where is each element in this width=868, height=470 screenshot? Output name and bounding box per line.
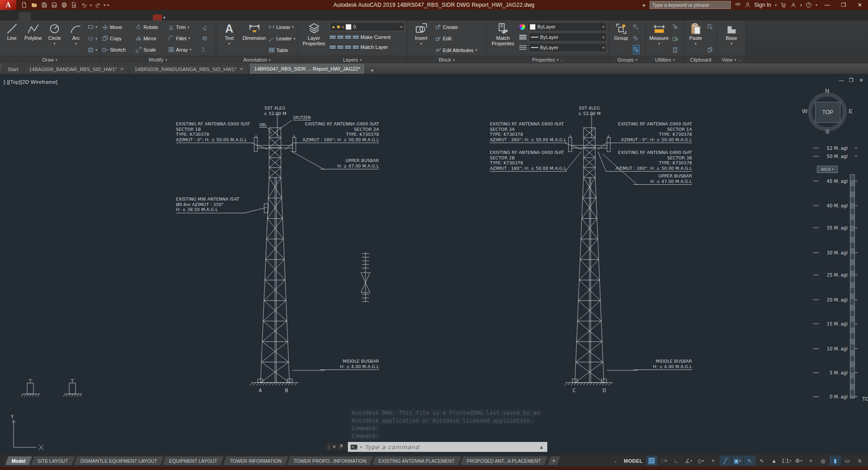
status-expand-icon[interactable]: ⌄: [610, 456, 621, 465]
match-properties-button[interactable]: Match Properties: [489, 22, 517, 55]
hatch-tool-button[interactable]: ▾: [88, 46, 97, 54]
redo-icon[interactable]: [93, 1, 102, 9]
print-preview-icon[interactable]: [70, 1, 79, 9]
help-icon[interactable]: [806, 2, 812, 9]
insert-block-button[interactable]: Insert▾: [409, 22, 433, 55]
infer-constraints-toggle[interactable]: ∟: [671, 456, 682, 465]
rotate-button[interactable]: Rotate: [136, 23, 164, 32]
layer-tool-icon[interactable]: [330, 45, 336, 49]
measure-button[interactable]: Measure▾: [648, 22, 670, 55]
compass-east[interactable]: E: [849, 108, 853, 115]
viewport-controls[interactable]: [-][Top][2D Wireframe]: [4, 79, 57, 85]
sign-in-dropdown-icon[interactable]: ▾: [775, 3, 777, 7]
ribbon-extra-dropdown-icon[interactable]: ▾: [163, 15, 166, 20]
layout-tab[interactable]: EXISTING ANTENNA PLACEMENT: [372, 456, 462, 465]
lineweight-select[interactable]: ByLayer▾: [529, 33, 607, 42]
layout-tab[interactable]: SITE LAYOUT: [31, 456, 76, 465]
command-dropdown-icon[interactable]: ▾: [360, 445, 362, 449]
ortho-toggle[interactable]: ╱: [720, 456, 731, 465]
redo-dropdown-icon[interactable]: ▾: [104, 3, 105, 7]
edit-block-button[interactable]: Edit: [435, 34, 477, 43]
command-line-bar[interactable]: ⣿ × >_ ▾ Type a command ▲: [324, 442, 547, 452]
scale-button[interactable]: Scale: [136, 45, 164, 54]
annotation-scale-button[interactable]: 1:1▾: [781, 456, 792, 465]
show-annotation-objects-toggle[interactable]: ↖: [756, 456, 768, 465]
file-tab-active[interactable]: 14BRS047_RBS_SIDR ... Report_HWI_JAG22*: [249, 63, 365, 74]
wcs-indicator[interactable]: WCS▾: [817, 166, 838, 173]
command-expand-icon[interactable]: ▲: [539, 445, 545, 450]
command-grip-icon[interactable]: ⣿: [327, 445, 330, 449]
compass-north[interactable]: N: [825, 87, 829, 94]
linetype-select[interactable]: ByLayer▾: [529, 43, 607, 52]
object-snap-tracking-toggle[interactable]: +: [707, 456, 719, 465]
linear-dimension-button[interactable]: Linear▾: [269, 23, 295, 31]
command-close-icon[interactable]: ×: [333, 444, 336, 450]
mirror-button[interactable]: Mirror: [136, 34, 164, 43]
drawing-restore-icon[interactable]: ❒: [847, 77, 855, 83]
save-icon[interactable]: [40, 1, 49, 9]
layer-tool-icon[interactable]: [337, 45, 343, 49]
annotation-monitor-toggle[interactable]: +: [805, 456, 816, 465]
lineweight-icon[interactable]: [519, 35, 526, 39]
make-current-row[interactable]: Make Current: [330, 33, 404, 41]
isolate-objects-button[interactable]: ◎: [817, 456, 829, 465]
save-as-icon[interactable]: [50, 1, 59, 9]
autoscale-annotation-toggle[interactable]: ▲: [768, 456, 780, 465]
restore-button[interactable]: ❒: [837, 0, 850, 10]
group-edit-button[interactable]: [633, 34, 640, 43]
object-color-select[interactable]: ByLayer▾: [527, 22, 607, 31]
color-wheel-icon[interactable]: [519, 24, 525, 30]
command-prompt-icon[interactable]: >_: [351, 445, 358, 450]
layer-unlock-icon[interactable]: ▪: [342, 24, 344, 29]
customization-menu-button[interactable]: ≡: [854, 456, 865, 465]
layer-color-swatch[interactable]: [346, 24, 351, 30]
erase-button[interactable]: [202, 23, 213, 32]
drawing-close-icon[interactable]: ✕: [857, 77, 865, 83]
match-layer-row[interactable]: Match Layer: [330, 43, 404, 51]
new-tab-button[interactable]: +: [369, 67, 376, 74]
file-tab[interactable]: 14BAG006_BANDAR_RBS_SID_HW1*✕: [24, 64, 128, 74]
array-button[interactable]: Array▾: [168, 45, 198, 54]
cut-button[interactable]: [707, 23, 713, 31]
base-view-button[interactable]: Base▾: [721, 22, 741, 55]
layer-select[interactable]: ● ✱ ▪ 0 ▾: [330, 22, 404, 31]
view-cube-top-face[interactable]: TOP: [815, 102, 840, 123]
layer-dropdown-icon[interactable]: ▾: [400, 25, 402, 29]
help-search-input[interactable]: Type a keyword or phrase: [650, 1, 731, 9]
new-file-icon[interactable]: [20, 1, 29, 9]
edit-attributes-button[interactable]: Edit Attributes▾: [435, 46, 477, 54]
ungroup-button[interactable]: [633, 23, 640, 31]
dimension-button[interactable]: Dimension: [242, 22, 266, 55]
file-tab[interactable]: 14BRS039_RANDUSANGA_RBS_SID_HW1*✕: [129, 64, 248, 74]
fillet-button[interactable]: Fillet▾: [168, 34, 198, 43]
command-input[interactable]: >_ ▾ Type a command ▲: [348, 442, 547, 452]
panel-label-block[interactable]: Block▾: [407, 56, 486, 63]
workspace-switching-button[interactable]: ⚙▾: [793, 456, 804, 465]
table-button[interactable]: Table: [269, 46, 295, 54]
layer-tool-icon[interactable]: [353, 35, 359, 39]
selection-cycling-toggle[interactable]: ↖: [744, 456, 755, 465]
command-wrench-icon[interactable]: [339, 444, 344, 451]
create-block-button[interactable]: Create: [435, 23, 477, 31]
layer-thaw-icon[interactable]: ✱: [337, 24, 340, 29]
object-snap-toggle[interactable]: ▣▾: [732, 456, 743, 465]
select-similar-button[interactable]: [672, 34, 678, 43]
group-button[interactable]: Group: [612, 22, 631, 55]
layout-tab[interactable]: EQUIPMENT LAYOUT: [162, 456, 224, 465]
compass-west[interactable]: W: [802, 108, 807, 115]
panel-launcher-icon[interactable]: ⌄: [738, 58, 741, 62]
quick-calculator-button[interactable]: [672, 46, 678, 54]
layout-tab[interactable]: PROPOSED ANT...A PLACEMENT: [460, 456, 549, 465]
help-dropdown-icon[interactable]: ▾: [816, 3, 817, 7]
model-space-toggle[interactable]: MODEL: [624, 458, 643, 464]
close-button[interactable]: ✕: [854, 0, 866, 10]
close-tab-icon[interactable]: ✕: [120, 67, 123, 72]
group-selectable-toggle[interactable]: [633, 45, 640, 54]
app-store-cart-icon[interactable]: [780, 2, 787, 9]
polar-tracking-toggle[interactable]: ∠▾: [683, 456, 694, 465]
polyline-button[interactable]: Polyline: [24, 22, 43, 55]
compass-south[interactable]: S: [825, 128, 830, 135]
ribbon-extra-icon[interactable]: [153, 14, 162, 20]
panel-label-groups[interactable]: Groups▾: [609, 56, 645, 63]
graphics-performance-toggle[interactable]: ▮: [830, 456, 841, 465]
